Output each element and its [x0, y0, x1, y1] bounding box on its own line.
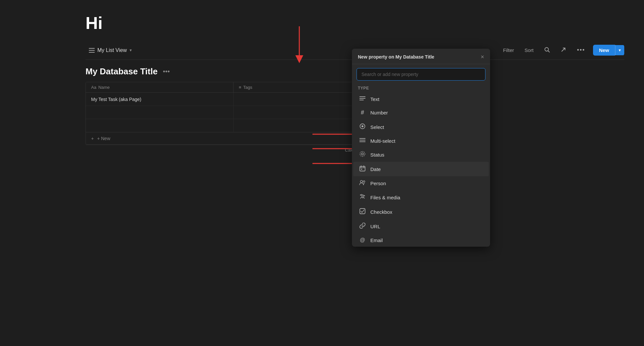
- email-property-icon: @: [359, 237, 366, 243]
- row-2-tags[interactable]: [234, 106, 371, 119]
- url-property-icon: [359, 223, 366, 230]
- column-header-tags[interactable]: ≡ Tags: [234, 82, 371, 92]
- more-options-button[interactable]: •••: [574, 45, 588, 56]
- database-title: My Database Title: [86, 66, 158, 77]
- panel-close-button[interactable]: ×: [481, 54, 484, 60]
- url-property-label: URL: [370, 224, 380, 229]
- select-property-icon: [359, 123, 366, 131]
- tags-col-icon: ≡: [239, 85, 241, 90]
- property-search-input[interactable]: [357, 68, 485, 81]
- property-item-date[interactable]: Date: [353, 162, 489, 176]
- svg-line-4: [548, 51, 550, 52]
- list-view-icon: [89, 48, 95, 53]
- svg-rect-2: [89, 52, 95, 53]
- new-button-group: New ▾: [593, 45, 624, 56]
- new-row-icon: +: [91, 136, 94, 141]
- new-button[interactable]: New: [593, 45, 615, 56]
- svg-rect-28: [361, 169, 362, 170]
- database-table: Aa Name ≡ Tags My Test Task (aka Page): [86, 82, 372, 145]
- view-selector[interactable]: My List View ▾: [86, 45, 135, 55]
- multiselect-property-label: Multi-select: [370, 138, 395, 144]
- property-item-multiselect[interactable]: Multi-select: [353, 134, 489, 147]
- email-property-label: Email: [370, 237, 383, 243]
- svg-line-5: [562, 48, 565, 51]
- property-item-checkbox[interactable]: Checkbox: [353, 205, 489, 219]
- row-3-name[interactable]: [86, 119, 234, 132]
- new-row-button[interactable]: + + New: [86, 132, 371, 144]
- property-item-person[interactable]: Person: [353, 176, 489, 190]
- files-property-icon: [359, 194, 366, 201]
- toolbar-left: My List View ▾: [86, 45, 135, 55]
- text-property-label: Text: [370, 96, 380, 102]
- property-item-status[interactable]: Status: [353, 147, 489, 162]
- svg-point-23: [361, 153, 363, 155]
- database-options-button[interactable]: •••: [161, 67, 172, 76]
- svg-rect-1: [89, 50, 95, 51]
- checkbox-property-icon: [359, 208, 366, 215]
- table-row[interactable]: [86, 119, 371, 132]
- new-row-label: + New: [97, 136, 110, 141]
- date-property-icon: [359, 165, 366, 173]
- search-button[interactable]: [541, 45, 553, 56]
- property-item-files[interactable]: Files & media: [353, 190, 489, 205]
- toolbar-right: Filter Sort ••• New ▾: [500, 45, 624, 56]
- svg-point-3: [545, 48, 549, 51]
- svg-rect-24: [360, 166, 365, 171]
- multiselect-property-icon: [359, 138, 366, 144]
- select-property-label: Select: [370, 124, 384, 130]
- property-item-url[interactable]: URL: [353, 219, 489, 234]
- person-property-label: Person: [370, 181, 386, 186]
- name-col-icon: Aa: [91, 85, 96, 90]
- panel-title: New property on My Database Title: [358, 54, 434, 60]
- property-list: Text # Number Select: [352, 92, 490, 247]
- row-3-tags[interactable]: [234, 119, 371, 132]
- property-item-select[interactable]: Select: [353, 120, 489, 134]
- property-item-email[interactable]: @ Email: [353, 234, 489, 247]
- status-property-label: Status: [370, 152, 384, 158]
- new-button-dropdown[interactable]: ▾: [615, 45, 624, 55]
- view-chevron-icon: ▾: [130, 48, 132, 53]
- checkbox-property-label: Checkbox: [370, 209, 392, 215]
- number-property-icon: #: [359, 109, 366, 116]
- table-row[interactable]: My Test Task (aka Page): [86, 93, 371, 106]
- svg-point-22: [360, 152, 365, 157]
- row-2-name[interactable]: [86, 106, 234, 119]
- svg-point-30: [363, 181, 365, 183]
- row-1-tags[interactable]: [234, 93, 371, 106]
- page-title: Hi: [86, 13, 624, 33]
- column-header-name[interactable]: Aa Name: [86, 82, 234, 92]
- name-col-label: Name: [98, 85, 110, 90]
- person-property-icon: [359, 180, 366, 186]
- date-property-label: Date: [370, 166, 381, 172]
- number-property-label: Number: [370, 110, 388, 115]
- svg-point-29: [360, 181, 363, 183]
- svg-point-18: [361, 125, 363, 127]
- sort-button[interactable]: Sort: [522, 45, 536, 55]
- table-row[interactable]: [86, 106, 371, 119]
- view-name-label: My List View: [97, 47, 127, 53]
- link-button[interactable]: [558, 45, 569, 56]
- text-property-icon: [359, 96, 366, 102]
- panel-header: New property on My Database Title ×: [352, 49, 490, 64]
- status-property-icon: [359, 151, 366, 158]
- svg-rect-0: [89, 48, 95, 49]
- property-item-text[interactable]: Text: [353, 92, 489, 106]
- row-1-name[interactable]: My Test Task (aka Page): [86, 93, 234, 106]
- main-content: Hi My List View ▾ Filter Sort: [66, 0, 644, 346]
- table-header-row: Aa Name ≡ Tags: [86, 82, 371, 93]
- tags-col-label: Tags: [243, 85, 252, 90]
- calculate-bar: Calculate ▾: [86, 145, 372, 155]
- property-panel: New property on My Database Title × Type…: [352, 49, 490, 247]
- property-item-number[interactable]: # Number: [353, 106, 489, 120]
- type-section-label: Type: [352, 85, 490, 92]
- filter-button[interactable]: Filter: [500, 45, 516, 55]
- files-property-label: Files & media: [370, 195, 400, 200]
